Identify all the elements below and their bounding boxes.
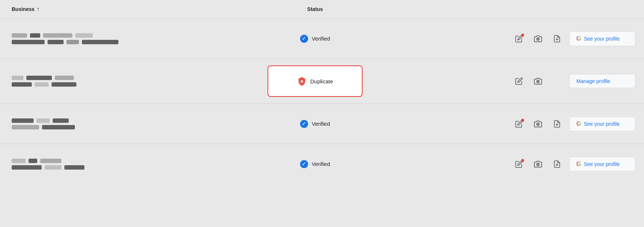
google-g-icon: G bbox=[576, 121, 581, 127]
add-post-button[interactable] bbox=[550, 158, 564, 171]
blurred-text bbox=[30, 33, 40, 38]
blurred-text bbox=[12, 33, 27, 38]
status-header-label: Status bbox=[260, 6, 370, 12]
blurred-text bbox=[45, 165, 61, 170]
blurred-text bbox=[12, 82, 32, 87]
business-name-cell bbox=[12, 118, 260, 129]
verified-icon bbox=[300, 120, 308, 128]
blurred-text bbox=[12, 118, 34, 123]
edit-button[interactable] bbox=[512, 117, 526, 130]
blurred-text bbox=[53, 118, 69, 123]
business-name-block bbox=[12, 76, 260, 87]
add-photo-button[interactable] bbox=[531, 75, 545, 88]
duplicate-shield-icon: ! bbox=[297, 76, 307, 86]
document-plus-icon bbox=[553, 120, 561, 128]
business-table: Business ↑ Status bbox=[0, 0, 644, 184]
blurred-text bbox=[64, 165, 84, 170]
blurred-text bbox=[12, 165, 42, 170]
verified-status: Verified bbox=[300, 35, 330, 43]
name-line-2 bbox=[12, 40, 260, 44]
business-header-label[interactable]: Business ↑ bbox=[12, 6, 260, 12]
camera-plus-icon bbox=[534, 120, 542, 128]
manage-profile-label: Manage profile bbox=[576, 78, 610, 84]
blurred-text bbox=[82, 40, 118, 44]
table-row: Verified bbox=[0, 103, 644, 144]
blurred-text bbox=[26, 76, 52, 80]
duplicate-status-highlighted: ! Duplicate bbox=[268, 65, 363, 97]
verified-status: Verified bbox=[300, 160, 330, 168]
sort-arrow-icon[interactable]: ↑ bbox=[37, 6, 39, 12]
blurred-text bbox=[55, 76, 74, 80]
see-profile-label: See your profile bbox=[584, 121, 620, 127]
google-g-icon: G bbox=[576, 35, 581, 42]
status-cell: ! Duplicate bbox=[260, 65, 370, 97]
see-profile-button[interactable]: G See your profile bbox=[569, 117, 635, 131]
actions-cell: Manage profile bbox=[370, 74, 635, 88]
edit-button[interactable] bbox=[512, 75, 526, 88]
business-name-cell bbox=[12, 76, 260, 87]
blurred-text bbox=[35, 82, 49, 87]
status-text: Verified bbox=[312, 35, 330, 42]
name-line-2 bbox=[12, 125, 260, 129]
edit-button[interactable] bbox=[512, 158, 526, 171]
blurred-text bbox=[52, 82, 76, 87]
see-profile-label: See your profile bbox=[584, 161, 620, 167]
add-photo-button[interactable] bbox=[531, 117, 545, 130]
red-dot bbox=[521, 34, 524, 37]
add-photo-button[interactable] bbox=[531, 158, 545, 171]
col-status-header: Status bbox=[260, 6, 370, 12]
table-row: Verified bbox=[0, 144, 644, 184]
verified-icon bbox=[300, 160, 308, 168]
business-name-cell bbox=[12, 33, 260, 44]
see-profile-label: See your profile bbox=[584, 36, 620, 42]
name-line-2 bbox=[12, 82, 260, 87]
see-profile-button[interactable]: G See your profile bbox=[569, 31, 635, 46]
actions-cell: G See your profile bbox=[370, 31, 635, 46]
add-post-button[interactable] bbox=[550, 117, 564, 130]
verified-status: Verified bbox=[300, 120, 330, 128]
blurred-text bbox=[40, 159, 61, 163]
document-plus-icon bbox=[553, 160, 561, 168]
blurred-text bbox=[12, 76, 23, 80]
blurred-text bbox=[12, 40, 45, 44]
col-business-header: Business ↑ bbox=[12, 6, 260, 12]
edit-button[interactable] bbox=[512, 32, 526, 45]
table-row: Verified bbox=[0, 18, 644, 58]
business-name-block bbox=[12, 118, 260, 129]
status-text: Verified bbox=[312, 161, 330, 167]
name-line-1 bbox=[12, 76, 260, 80]
google-g-icon: G bbox=[576, 161, 581, 167]
status-cell: Verified bbox=[260, 120, 370, 128]
table-header: Business ↑ Status bbox=[0, 0, 644, 18]
red-dot bbox=[521, 159, 524, 162]
blurred-text bbox=[75, 33, 93, 38]
name-line-2 bbox=[12, 165, 260, 170]
status-cell: Verified bbox=[260, 35, 370, 43]
blurred-text bbox=[29, 159, 37, 163]
status-text: Duplicate bbox=[310, 78, 333, 84]
blurred-text bbox=[42, 125, 75, 129]
pencil-icon bbox=[515, 77, 523, 85]
name-line-1 bbox=[12, 159, 260, 163]
blurred-text bbox=[12, 159, 26, 163]
name-line-1 bbox=[12, 33, 260, 38]
business-name-block bbox=[12, 159, 260, 170]
status-text: Verified bbox=[312, 121, 330, 127]
see-profile-button[interactable]: G See your profile bbox=[569, 157, 635, 171]
name-line-1 bbox=[12, 118, 260, 123]
add-post-button[interactable] bbox=[550, 32, 564, 45]
blurred-text bbox=[48, 40, 64, 44]
svg-text:!: ! bbox=[301, 80, 302, 84]
manage-profile-button[interactable]: Manage profile bbox=[569, 74, 635, 88]
status-cell: Verified bbox=[260, 160, 370, 168]
camera-plus-icon bbox=[534, 35, 542, 43]
camera-plus-icon bbox=[534, 77, 542, 85]
verified-icon bbox=[300, 35, 308, 43]
blurred-text bbox=[37, 118, 50, 123]
camera-plus-icon bbox=[534, 160, 542, 168]
add-photo-button[interactable] bbox=[531, 32, 545, 45]
table-row: ! Duplicate bbox=[0, 58, 644, 103]
red-dot bbox=[521, 119, 524, 122]
business-name-cell bbox=[12, 159, 260, 170]
blurred-text bbox=[67, 40, 79, 44]
